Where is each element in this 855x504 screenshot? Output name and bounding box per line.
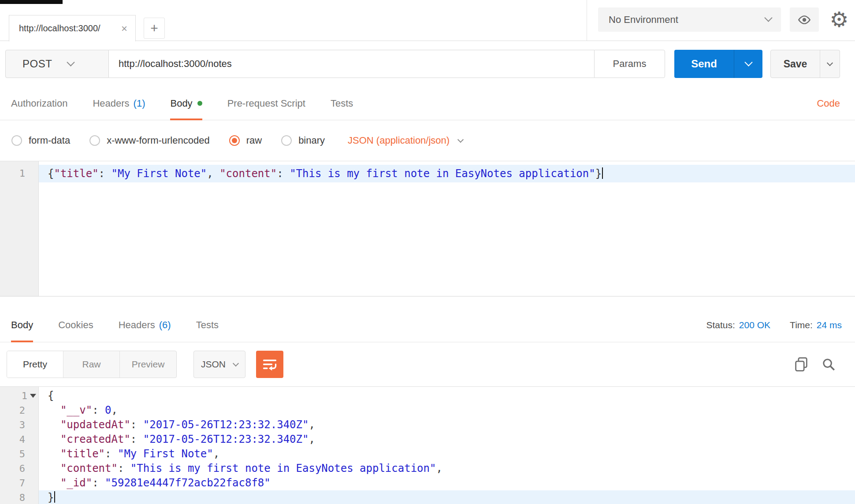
code-line: { [39,389,855,403]
mode-urlencoded[interactable]: x-www-form-urlencoded [89,135,210,146]
mode-binary-label: binary [298,135,325,146]
topbar-divider [587,0,587,41]
chevron-down-icon [764,14,772,22]
response-language-select[interactable]: JSON [193,351,245,378]
code-line: "__v": 0, [39,403,855,418]
environment-selector[interactable]: No Environment [598,7,781,32]
body-mode-row: form-data x-www-form-urlencoded raw bina… [0,120,855,161]
code-line[interactable]: {"title": "My First Note", "content": "T… [39,165,855,182]
response-toolbar: Pretty Raw Preview JSON [0,342,855,386]
gear-icon: ⚙ [829,7,848,32]
chevron-down-icon [827,59,833,66]
response-tab-headers[interactable]: Headers (6) [119,308,171,342]
response-actions [794,357,836,372]
status-value: 200 OK [739,320,770,330]
environment-quick-look-button[interactable] [790,7,819,32]
request-builder-bar: POST http://localhost:3000/notes Params … [0,41,855,87]
code-line: "_id": "59281e4447f72acb22fac8f8" [39,476,855,490]
mode-urlencoded-label: x-www-form-urlencoded [107,135,210,146]
eye-icon [797,15,811,25]
window-edge [0,0,63,4]
send-button[interactable]: Send [674,50,762,78]
tab-tests[interactable]: Tests [331,87,353,120]
search-icon[interactable] [822,357,836,371]
send-options-button[interactable] [734,50,762,78]
response-language-value: JSON [201,359,226,370]
line-number: 7 [0,476,38,490]
code-line: } [39,490,855,504]
editor-gutter: 1 [0,161,39,296]
tab-headers-label: Headers [93,98,129,109]
copy-icon[interactable] [794,357,808,372]
code-line: "createdAt": "2017-05-26T12:23:32.340Z", [39,432,855,447]
view-preview-button[interactable]: Preview [120,351,176,378]
line-number: 5 [0,447,38,461]
content-type-value: JSON (application/json) [348,135,450,146]
tab-close-icon[interactable]: × [121,23,127,34]
tab-body-label: Body [170,98,192,109]
response-headers-count-badge: (6) [159,319,171,331]
radio-icon[interactable] [89,135,100,146]
view-pretty-button[interactable]: Pretty [7,351,63,378]
tab-headers[interactable]: Headers (1) [93,87,145,120]
mode-raw-label: raw [246,135,262,146]
time-badge: Time:24 ms [790,320,842,330]
params-button[interactable]: Params [594,50,665,78]
request-tab[interactable]: http://localhost:3000/ × [9,15,136,41]
line-number: 1 [0,165,38,182]
tab-body[interactable]: Body [170,87,202,120]
mode-raw[interactable]: raw [229,135,262,146]
send-label[interactable]: Send [674,50,734,78]
tab-authorization[interactable]: Authorization [11,87,67,120]
code-line: "updatedAt": "2017-05-26T12:23:32.340Z", [39,418,855,432]
line-number: 6 [0,461,38,476]
mode-form-data[interactable]: form-data [11,135,70,146]
method-select[interactable]: POST [5,50,109,78]
line-number: 2 [0,403,38,418]
view-raw-button[interactable]: Raw [63,351,120,378]
settings-button[interactable]: ⚙ [825,5,853,33]
new-tab-button[interactable]: + [144,18,165,39]
radio-selected-icon[interactable] [229,135,240,146]
editor-gutter: 12345678 [0,387,39,504]
response-body-viewer[interactable]: 12345678 { "__v": 0, "updatedAt": "2017-… [0,386,855,504]
environment-value: No Environment [609,14,678,26]
response-tab-headers-label: Headers [119,319,155,331]
request-tabs: Authorization Headers (1) Body Pre-reque… [0,87,855,120]
chevron-down-icon [744,58,752,66]
mode-form-data-label: form-data [29,135,70,146]
time-label: Time: [790,320,813,330]
line-number: 4 [0,432,38,447]
headers-count-badge: (1) [134,98,145,109]
line-number: 8 [0,490,38,504]
request-tab-title: http://localhost:3000/ [19,23,100,33]
chevron-down-icon [67,58,75,66]
code-link[interactable]: Code [817,98,840,109]
save-options-button[interactable] [820,50,840,78]
save-button[interactable]: Save [770,50,840,78]
code-line: "title": "My First Note", [39,447,855,461]
content-type-select[interactable]: JSON (application/json) [348,135,463,146]
chevron-down-icon [233,360,239,366]
radio-icon[interactable] [11,135,22,146]
url-input[interactable]: http://localhost:3000/notes [109,50,594,78]
radio-icon[interactable] [281,135,292,146]
wrap-text-icon [262,358,278,371]
request-body-editor[interactable]: 1 {"title": "My First Note", "content": … [0,161,855,296]
chevron-down-icon [457,136,464,142]
text-cursor [54,491,55,503]
response-tab-tests[interactable]: Tests [196,308,219,342]
body-content-dot [197,101,202,106]
save-label[interactable]: Save [771,50,820,78]
line-number: 3 [0,418,38,432]
response-meta: Status:200 OK Time:24 ms [706,320,842,330]
tab-prerequest-script[interactable]: Pre-request Script [227,87,305,120]
response-tab-cookies[interactable]: Cookies [58,308,93,342]
response-tabs: Body Cookies Headers (6) Tests Status:20… [0,308,855,342]
mode-binary[interactable]: binary [281,135,325,146]
fold-caret-icon[interactable] [30,394,36,398]
response-tab-body[interactable]: Body [11,308,33,342]
wrap-text-button[interactable] [256,351,283,378]
editor-code-area[interactable]: {"title": "My First Note", "content": "T… [39,161,855,296]
status-badge: Status:200 OK [706,320,770,330]
